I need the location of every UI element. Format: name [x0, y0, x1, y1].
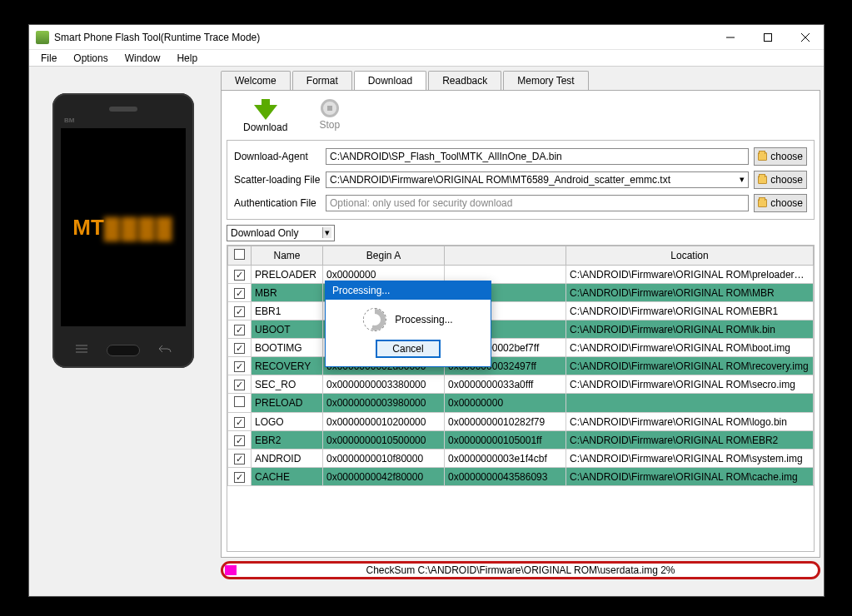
cell-end: 0x0000000033a0fff — [445, 375, 566, 394]
phone-screen: MT▓▓▓▓ — [61, 128, 186, 326]
col-end[interactable] — [445, 246, 566, 266]
menu-options[interactable]: Options — [65, 51, 116, 66]
cell-end: 0x00000000105001ff — [445, 431, 566, 450]
cell-name: CACHE — [252, 468, 323, 486]
svg-rect-1 — [764, 33, 771, 41]
row-checkbox[interactable] — [234, 454, 245, 464]
scatter-choose-button[interactable]: choose — [754, 171, 807, 189]
da-label: Download-Agent — [234, 151, 321, 162]
da-choose-button[interactable]: choose — [754, 147, 807, 166]
file-fields: Download-Agent C:\ANDROID\SP_Flash_Tool\… — [227, 140, 815, 220]
table-row[interactable]: ANDROID0x0000000010f800000x0000000003e1f… — [228, 450, 814, 468]
row-checkbox[interactable] — [234, 361, 245, 372]
minimize-button[interactable] — [711, 25, 749, 49]
cell-name: EBR1 — [252, 302, 323, 320]
phone-home-icon — [107, 345, 140, 356]
cell-end: 0x00000000 — [445, 394, 566, 413]
cell-location: C:\ANDROID\Firmware\ORIGINAL ROM\recover… — [566, 357, 814, 375]
tab-welcome[interactable]: Welcome — [221, 71, 291, 90]
table-row[interactable]: PRELOADER0x0000000C:\ANDROID\Firmware\OR… — [228, 266, 814, 284]
cell-name: BOOTIMG — [252, 339, 323, 357]
stop-icon — [321, 99, 339, 117]
phone-mock: BM MT▓▓▓▓ — [52, 93, 194, 368]
auth-choose-button[interactable]: choose — [754, 194, 807, 212]
table-row[interactable]: EBR20x00000000105000000x00000000105001ff… — [228, 431, 814, 450]
menu-help[interactable]: Help — [168, 51, 206, 66]
partition-grid: Name Begin A Location PRELOADER0x0000000… — [227, 245, 815, 552]
tab-readback[interactable]: Readback — [428, 71, 501, 90]
dialog-title: Processing... — [326, 281, 491, 300]
cell-location: C:\ANDROID\Firmware\ORIGINAL ROM\logo.bi… — [566, 413, 814, 431]
row-checkbox[interactable] — [234, 396, 245, 407]
cell-begin: 0x0000000003980000 — [323, 394, 445, 413]
cell-name: UBOOT — [252, 320, 323, 339]
spinner-icon — [363, 308, 386, 331]
download-button[interactable]: Download — [243, 99, 287, 133]
cell-location: C:\ANDROID\Firmware\ORIGINAL ROM\preload… — [566, 266, 814, 284]
main-panel: Welcome Format Download Readback Memory … — [217, 67, 824, 596]
tab-memtest[interactable]: Memory Test — [503, 71, 588, 90]
tabpage-download: Download Stop Download-Agent C:\ANDROID\… — [221, 90, 820, 558]
auth-input[interactable]: Optional: only used for security downloa… — [326, 195, 749, 211]
row-checkbox[interactable] — [234, 435, 245, 446]
col-location[interactable]: Location — [566, 246, 814, 266]
menubar: File Options Window Help — [29, 50, 824, 67]
row-checkbox[interactable] — [234, 472, 245, 483]
cell-location: C:\ANDROID\Firmware\ORIGINAL ROM\MBR — [566, 284, 814, 302]
cell-name: SEC_RO — [252, 375, 323, 394]
cell-begin: 0x0000000010500000 — [323, 431, 445, 450]
cell-begin: 0x0000000010200000 — [323, 413, 445, 431]
cell-name: PRELOADER — [252, 266, 323, 284]
table-row[interactable]: PRELOAD0x00000000039800000x00000000 — [228, 394, 814, 413]
window-title: Smart Phone Flash Tool(Runtime Trace Mod… — [54, 32, 711, 43]
table-row[interactable]: MBR0x0000000C:\ANDROID\Firmware\ORIGINAL… — [228, 284, 814, 302]
cell-location: C:\ANDROID\Firmware\ORIGINAL ROM\system.… — [566, 450, 814, 468]
status-bar — [217, 583, 824, 596]
row-checkbox[interactable] — [234, 288, 245, 299]
row-checkbox[interactable] — [234, 306, 245, 317]
cell-name: PRELOAD — [252, 394, 323, 413]
table-row[interactable]: BOOTIMG0x00000000027800000x0000000002bef… — [228, 339, 814, 357]
cell-name: RECOVERY — [252, 357, 323, 375]
cancel-button[interactable]: Cancel — [376, 340, 440, 358]
menu-window[interactable]: Window — [117, 51, 169, 66]
cell-name: LOGO — [252, 413, 323, 431]
row-checkbox[interactable] — [234, 380, 245, 390]
mode-combo[interactable]: Download Only — [227, 225, 335, 241]
cell-location: C:\ANDROID\Firmware\ORIGINAL ROM\EBR2 — [566, 431, 814, 450]
select-all-checkbox[interactable] — [234, 249, 245, 260]
phone-panel: BM MT▓▓▓▓ — [29, 67, 217, 596]
titlebar: Smart Phone Flash Tool(Runtime Trace Mod… — [29, 25, 824, 50]
row-checkbox[interactable] — [234, 270, 245, 281]
folder-icon — [758, 199, 767, 207]
folder-icon — [758, 176, 767, 184]
phone-logo: MT▓▓▓▓ — [72, 215, 173, 241]
menu-file[interactable]: File — [32, 51, 65, 66]
table-row[interactable]: SEC_RO0x00000000033800000x0000000033a0ff… — [228, 375, 814, 394]
table-row[interactable]: RECOVERY0x0000000002d800000x000000003249… — [228, 357, 814, 375]
cell-begin: 0x0000000010f80000 — [323, 450, 445, 468]
row-checkbox[interactable] — [234, 417, 245, 428]
stop-button[interactable]: Stop — [319, 99, 340, 133]
grid-scroll[interactable]: Name Begin A Location PRELOADER0x0000000… — [227, 246, 814, 551]
col-begin[interactable]: Begin A — [323, 246, 445, 266]
col-name[interactable]: Name — [252, 246, 323, 266]
scatter-input[interactable]: C:\ANDROID\Firmware\ORIGINAL ROM\MT6589_… — [326, 171, 749, 188]
cell-name: MBR — [252, 284, 323, 302]
cell-location: C:\ANDROID\Firmware\ORIGINAL ROM\secro.i… — [566, 375, 814, 394]
table-row[interactable]: LOGO0x00000000102000000x0000000010282f79… — [228, 413, 814, 431]
close-button[interactable] — [786, 25, 824, 49]
row-checkbox[interactable] — [234, 343, 245, 354]
table-row[interactable]: CACHE0x0000000042f800000x000000004358609… — [228, 468, 814, 486]
maximize-button[interactable] — [749, 25, 786, 49]
folder-icon — [758, 152, 767, 161]
da-input[interactable]: C:\ANDROID\SP_Flash_Tool\MTK_AllInOne_DA… — [326, 148, 749, 165]
table-row[interactable]: UBOOT0x0000000C:\ANDROID\Firmware\ORIGIN… — [228, 320, 814, 339]
tab-format[interactable]: Format — [292, 71, 352, 90]
tab-download[interactable]: Download — [354, 71, 426, 90]
table-row[interactable]: EBR10x0000000C:\ANDROID\Firmware\ORIGINA… — [228, 302, 814, 320]
toolbar: Download Stop — [227, 96, 815, 140]
phone-back-icon — [156, 341, 174, 356]
row-checkbox[interactable] — [234, 325, 245, 335]
cell-end: 0x0000000043586093 — [445, 468, 566, 486]
